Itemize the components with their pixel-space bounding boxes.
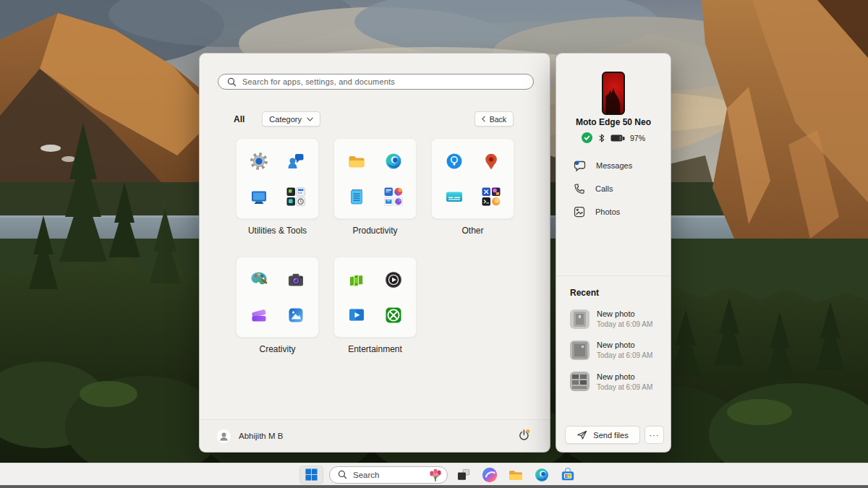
- recent-photo-item[interactable]: New photo Today at 6:09 AM: [570, 372, 665, 392]
- pc-icon: [249, 187, 269, 207]
- edge-icon: [533, 466, 550, 484]
- taskbar-search-label: Search: [353, 471, 379, 479]
- messages-icon: [573, 159, 587, 172]
- back-button-label: Back: [490, 115, 506, 124]
- chevron-left-icon: [482, 116, 485, 122]
- search-placeholder: Search for apps, settings, and documents: [242, 77, 395, 86]
- screen-bottom-edge: [0, 485, 868, 488]
- microsoft-store-button[interactable]: [558, 465, 578, 484]
- desktop: Search for apps, settings, and documents…: [0, 0, 868, 488]
- category-dropdown-label: Category: [269, 115, 302, 124]
- start-menu: Search for apps, settings, and documents…: [199, 53, 550, 453]
- phone-link-panel: Moto Edge 50 Neo 97% Messa: [556, 53, 671, 453]
- send-icon: [576, 429, 587, 440]
- filter-all-label[interactable]: All: [234, 114, 244, 124]
- app-folder-utilities: Utilities & Tools: [236, 138, 319, 236]
- file-explorer-button[interactable]: [506, 465, 526, 484]
- send-files-button[interactable]: Send files: [565, 426, 640, 444]
- task-view-icon: [456, 467, 472, 483]
- recent-photo-item[interactable]: New photo Today at 6:09 AM: [570, 309, 665, 329]
- search-icon: [227, 77, 237, 87]
- start-button[interactable]: [299, 466, 323, 484]
- category-dropdown[interactable]: Category: [262, 111, 320, 127]
- folder-tile-productivity[interactable]: [333, 138, 417, 219]
- recent-photo-item[interactable]: New photo Today at 6:09 AM: [570, 340, 665, 360]
- power-button[interactable]: [516, 427, 532, 445]
- bluetooth-icon: [597, 133, 605, 143]
- more-options-button[interactable]: ···: [644, 426, 664, 444]
- recent-title: Recent: [570, 288, 665, 298]
- photos-icon: [286, 305, 306, 325]
- phone-wallpaper-thumbnail[interactable]: [602, 72, 625, 115]
- user-account-button[interactable]: Abhijith M B: [217, 429, 283, 443]
- paint-icon: [249, 270, 269, 290]
- folder-tile-other[interactable]: [431, 138, 514, 219]
- phone-actions: Messages Calls Photos: [556, 154, 671, 223]
- edge-button[interactable]: [532, 465, 552, 484]
- phone-photos-icon: [573, 205, 586, 218]
- recent-photo-time: Today at 6:09 AM: [597, 382, 652, 393]
- recent-photo-title: New photo: [597, 340, 652, 351]
- photos-label: Photos: [595, 207, 620, 216]
- calls-button[interactable]: Calls: [556, 177, 671, 200]
- file-explorer-icon: [346, 151, 367, 171]
- send-files-label: Send files: [593, 431, 628, 440]
- folder-label: Other: [431, 226, 514, 236]
- office-group-icon: [383, 187, 404, 207]
- folder-label: Creativity: [236, 344, 319, 354]
- feedback-hub-icon: [286, 151, 306, 171]
- start-search-input[interactable]: Search for apps, settings, and documents: [218, 74, 534, 90]
- recent-photo-thumbnail: [570, 372, 590, 391]
- video-player-icon: [346, 305, 367, 325]
- folder-tile-creativity[interactable]: [236, 257, 319, 338]
- chevron-down-icon: [307, 117, 313, 121]
- panel-divider: [556, 275, 671, 276]
- power-icon: [517, 428, 531, 442]
- device-name: Moto Edge 50 Neo: [556, 117, 671, 127]
- misc-group-icon: [481, 187, 501, 207]
- battery-icon: [610, 134, 625, 142]
- taskbar-search-box[interactable]: Search: [329, 466, 448, 484]
- start-menu-user-bar: Abhijith M B: [200, 419, 550, 452]
- calls-label: Calls: [595, 184, 613, 193]
- microsoft-store-icon: [559, 466, 576, 484]
- messages-button[interactable]: Messages: [556, 154, 671, 177]
- app-folder-creativity: Creativity: [236, 257, 319, 354]
- taskbar: Search: [0, 463, 868, 486]
- films-tv-icon: [346, 270, 367, 290]
- recent-photo-title: New photo: [597, 372, 652, 382]
- alexa-icon: [444, 151, 464, 171]
- recent-photo-time: Today at 6:09 AM: [597, 351, 652, 361]
- recent-photo-time: Today at 6:09 AM: [597, 320, 652, 330]
- media-player-icon: [383, 270, 404, 290]
- copilot-icon: [481, 466, 498, 484]
- folder-tile-entertainment[interactable]: [333, 257, 417, 338]
- search-highlight-flowers-icon: [427, 467, 444, 482]
- folder-tile-utilities[interactable]: [236, 138, 319, 219]
- filter-row: All Category Back: [234, 111, 514, 127]
- app-folder-productivity: Productivity: [333, 138, 417, 236]
- phone-status-row: 97%: [556, 132, 671, 143]
- file-explorer-icon: [507, 466, 524, 484]
- settings-icon: [249, 151, 269, 171]
- card-app-icon: [444, 187, 464, 207]
- messages-label: Messages: [596, 161, 632, 170]
- photos-button[interactable]: Photos: [556, 200, 671, 223]
- user-avatar-icon: [217, 429, 231, 443]
- camera-icon: [286, 270, 306, 290]
- battery-percent: 97%: [630, 134, 645, 142]
- recent-photo-thumbnail: [570, 309, 590, 329]
- system-tools-group-icon: [286, 187, 306, 207]
- app-folder-other: Other: [431, 138, 514, 236]
- recent-photo-title: New photo: [597, 309, 652, 320]
- search-icon: [338, 470, 347, 479]
- task-view-button[interactable]: [454, 465, 474, 484]
- copilot-button[interactable]: [480, 465, 500, 484]
- calls-icon: [573, 182, 586, 195]
- edge-icon: [383, 151, 404, 171]
- taskbar-center: Search: [299, 465, 578, 484]
- user-name: Abhijith M B: [239, 432, 283, 440]
- back-button[interactable]: Back: [475, 111, 514, 127]
- clipchamp-icon: [249, 305, 269, 325]
- connected-check-icon: [582, 132, 592, 143]
